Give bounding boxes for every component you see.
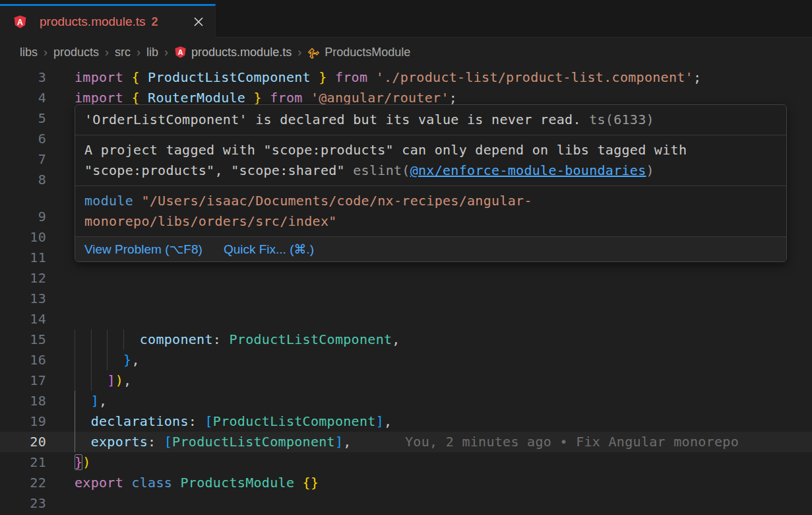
token: class (131, 475, 172, 491)
token (367, 69, 375, 85)
token: export (75, 475, 123, 491)
breadcrumb-file[interactable]: products.module.ts (191, 46, 292, 59)
token: ; (449, 90, 457, 106)
token: ProductsModule (180, 475, 294, 491)
token (172, 475, 180, 491)
tab-problems-badge: 2 (152, 15, 158, 29)
token (140, 90, 148, 106)
code-line-17[interactable]: ]), (0, 370, 812, 391)
token: , (384, 413, 392, 429)
code-text: exports: [ProductListComponent], (75, 432, 352, 452)
token: } (254, 90, 262, 106)
token (75, 331, 140, 347)
token: ProductListComponent (148, 69, 311, 85)
code-line-20[interactable]: exports: [ProductListComponent],You, 2 m… (0, 432, 812, 452)
token: from (270, 90, 302, 106)
token: import (75, 69, 123, 85)
class-symbol-icon (307, 46, 320, 59)
code-line-15[interactable]: component: ProductListComponent, (0, 329, 812, 350)
token (75, 352, 123, 368)
code-text: }, (75, 350, 140, 370)
token: , (131, 352, 139, 368)
breadcrumb-item-products[interactable]: products (53, 46, 99, 59)
tab-products-module[interactable]: A products.module.ts 2 (0, 4, 216, 38)
code-line-23[interactable] (0, 493, 812, 514)
hover-text: ) (646, 162, 654, 178)
token: : (148, 434, 164, 450)
token (75, 434, 91, 450)
tab-bar: A products.module.ts 2 (0, 0, 812, 38)
token (75, 372, 107, 388)
token: ] (376, 413, 384, 429)
code-text: ]), (75, 370, 131, 391)
close-icon[interactable] (191, 15, 206, 29)
token: ] (91, 393, 99, 409)
hover-text: 'OrderListComponent' is declared but its… (84, 112, 589, 127)
token (262, 90, 270, 106)
code-line-21[interactable]: }) (0, 452, 812, 473)
eslint-rule-link[interactable]: @nx/enforce-module-boundaries (410, 162, 646, 178)
code-line-3[interactable]: import { ProductListComponent } from './… (0, 67, 812, 88)
token: declarations (91, 413, 189, 429)
hover-text: "scope:products", "scope:shared" (84, 162, 353, 178)
token (327, 69, 335, 85)
hover-line: A project tagged with "scope:products" c… (84, 140, 777, 160)
token: RouterModule (148, 90, 245, 106)
hover-text: ts(6133) (589, 112, 654, 127)
hover-line: monorepo/libs/orders/src/index" (84, 211, 777, 232)
hover-popup: 'OrderListComponent' is declared but its… (75, 104, 787, 262)
code-line-19[interactable]: declarations: [ProductListComponent], (0, 411, 812, 432)
code-line-14[interactable] (0, 309, 812, 329)
token: ] (107, 372, 115, 388)
token (311, 69, 319, 85)
code-text: component: ProductListComponent, (75, 329, 400, 350)
breadcrumb-item-libs[interactable]: libs (20, 46, 38, 59)
token: ; (693, 69, 701, 85)
hover-section-module-info: module "/Users/isaac/Documents/code/nx-r… (75, 186, 786, 237)
breadcrumb-item-src[interactable]: src (115, 46, 131, 59)
token (123, 475, 131, 491)
hover-text: monorepo/libs/orders/src/index" (84, 213, 337, 229)
hover-line: module "/Users/isaac/Documents/code/nx-r… (84, 191, 777, 211)
token: , (343, 434, 351, 450)
token: ) (115, 372, 123, 388)
token: ] (335, 434, 343, 450)
view-problem-link[interactable]: View Problem (⌥F8) (84, 242, 203, 257)
angular-icon: A (13, 15, 27, 29)
token (245, 90, 253, 106)
tab-label: products.module.ts (40, 15, 146, 29)
token: : (189, 413, 205, 429)
code-text: export class ProductsModule {} (75, 473, 319, 493)
token: , (392, 331, 400, 347)
token: [ (204, 413, 212, 429)
token: exports (91, 434, 148, 450)
vscode-window: A products.module.ts 2 libs›products›src… (0, 0, 812, 515)
code-line-22[interactable]: export class ProductsModule {} (0, 473, 812, 493)
code-line-12[interactable] (0, 268, 812, 289)
matched-bracket: } (75, 454, 82, 470)
breadcrumb-separator: › (297, 46, 301, 59)
breadcrumb-separator: › (137, 46, 141, 59)
code-line-13[interactable] (0, 289, 812, 309)
quick-fix-link[interactable]: Quick Fix... (⌘.) (224, 242, 314, 257)
code-line-18[interactable]: ], (0, 391, 812, 411)
token: [ (164, 434, 172, 450)
breadcrumb-separator: › (44, 46, 47, 59)
code-text: declarations: [ProductListComponent], (75, 411, 392, 432)
token: ProductListComponent (213, 413, 376, 429)
token: component (140, 331, 213, 347)
token: from (335, 69, 367, 85)
token (303, 90, 311, 106)
hover-text: eslint( (353, 162, 410, 178)
hover-section-eslint-diagnostic: A project tagged with "scope:products" c… (75, 135, 786, 186)
code-line-16[interactable]: }, (0, 350, 812, 370)
token (140, 69, 148, 85)
token: { (131, 90, 139, 106)
token: { (131, 69, 139, 85)
hover-text: "/Users/isaac/Documents/code/nx-recipes/… (141, 193, 532, 209)
token: ) (82, 454, 90, 470)
breadcrumb-item-lib[interactable]: lib (146, 46, 158, 59)
breadcrumb-symbol[interactable]: ProductsModule (325, 46, 410, 59)
token: import (75, 90, 123, 106)
token: : (213, 331, 230, 347)
